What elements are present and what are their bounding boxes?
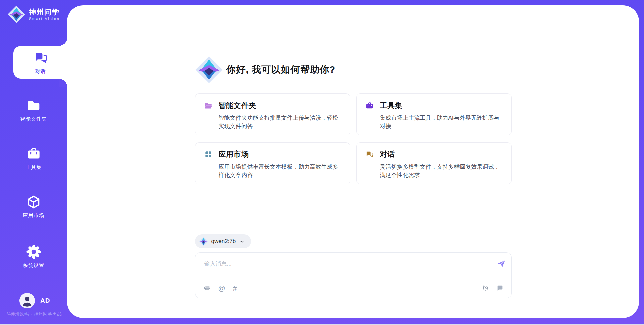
card-smart-folder[interactable]: 智能文件夹 智能文件夹功能支持批量文件上传与清洗，轻松实现文件问答: [195, 93, 350, 135]
sidebar-item-smart-folder[interactable]: 智能文件夹: [0, 98, 67, 122]
card-title: 应用市场: [219, 149, 249, 159]
feature-cards: 智能文件夹 智能文件夹功能支持批量文件上传与清洗，轻松实现文件问答 工具集 集成…: [195, 93, 512, 184]
grid-icon: [204, 150, 213, 159]
sidebar-item-settings[interactable]: 系统设置: [0, 244, 67, 269]
brand-diamond-icon: [7, 5, 25, 23]
card-title: 工具集: [380, 101, 403, 111]
message-composer: @ #: [195, 252, 512, 298]
tab-scoop-top: [59, 38, 67, 46]
folder-icon: [26, 98, 41, 113]
card-description: 应用市场提供丰富长文本模板，助力高效生成多样化文章内容: [204, 162, 342, 179]
sidebar-item-label: 工具集: [0, 164, 67, 171]
avatar: [19, 293, 35, 308]
briefcase-icon: [365, 101, 374, 110]
assistant-diamond-icon: [195, 56, 223, 84]
card-app-market[interactable]: 应用市场 应用市场提供丰富长文本模板，助力高效生成多样化文章内容: [195, 142, 350, 184]
tab-scoop-bottom: [59, 79, 67, 87]
brand-subtitle: Smart Vision: [29, 17, 60, 21]
briefcase-icon: [26, 146, 41, 161]
card-description: 智能文件夹功能支持批量文件上传与清洗，轻松实现文件问答: [204, 114, 342, 130]
gear-icon: [26, 244, 42, 260]
card-toolset[interactable]: 工具集 集成市场上主流工具，助力AI与外界无缝扩展与对接: [356, 93, 512, 135]
copyright-text: ©神州数码 · 神州问学出品: [7, 311, 62, 317]
history-icon[interactable]: [482, 284, 489, 292]
attachment-icon[interactable]: [204, 285, 211, 292]
greeting-text: 你好, 我可以如何帮助你?: [226, 63, 336, 76]
chat-icon: [365, 150, 374, 159]
model-name: qwen2:7b: [211, 238, 236, 245]
user-name: AD: [40, 297, 50, 304]
chat-icon: [33, 50, 48, 66]
chevron-down-icon: [239, 239, 245, 244]
model-selector[interactable]: qwen2:7b: [195, 234, 251, 248]
user-account[interactable]: AD: [19, 293, 50, 308]
sidebar-item-label: 智能文件夹: [0, 116, 67, 122]
card-description: 集成市场上主流工具，助力AI与外界无缝扩展与对接: [365, 114, 503, 130]
message-input[interactable]: [195, 253, 511, 276]
cube-icon: [26, 194, 41, 210]
sidebar-item-chat[interactable]: 对话: [13, 50, 67, 75]
mention-icon[interactable]: @: [218, 285, 225, 292]
send-button[interactable]: [497, 259, 506, 268]
chat-bubble-icon[interactable]: [496, 284, 504, 292]
composer-toolbar: @ #: [195, 278, 511, 298]
app-logo: 神州问学 Smart Vision: [7, 5, 60, 23]
sidebar: 神州问学 Smart Vision 对话 智能文件夹 工具集: [0, 0, 67, 325]
sidebar-item-label: 对话: [13, 68, 67, 75]
main-content: 你好, 我可以如何帮助你? 智能文件夹 智能文件夹功能支持批量文件上传与清洗，轻…: [67, 5, 639, 318]
model-diamond-icon: [199, 237, 208, 246]
card-title: 对话: [380, 149, 395, 159]
card-description: 灵活切换多模型文件，支持多样回复效果调试，满足个性化需求: [365, 162, 503, 179]
card-title: 智能文件夹: [219, 101, 257, 111]
send-icon: [497, 259, 506, 268]
card-chat[interactable]: 对话 灵活切换多模型文件，支持多样回复效果调试，满足个性化需求: [356, 142, 512, 184]
sidebar-item-label: 系统设置: [0, 262, 67, 269]
sidebar-item-toolset[interactable]: 工具集: [0, 146, 67, 171]
hashtag-icon[interactable]: #: [233, 285, 237, 292]
brand-name: 神州问学: [29, 8, 60, 16]
sidebar-item-app-market[interactable]: 应用市场: [0, 194, 67, 219]
greeting-row: 你好, 我可以如何帮助你?: [195, 56, 512, 83]
folder-open-icon: [204, 101, 213, 110]
sidebar-item-label: 应用市场: [0, 212, 67, 219]
